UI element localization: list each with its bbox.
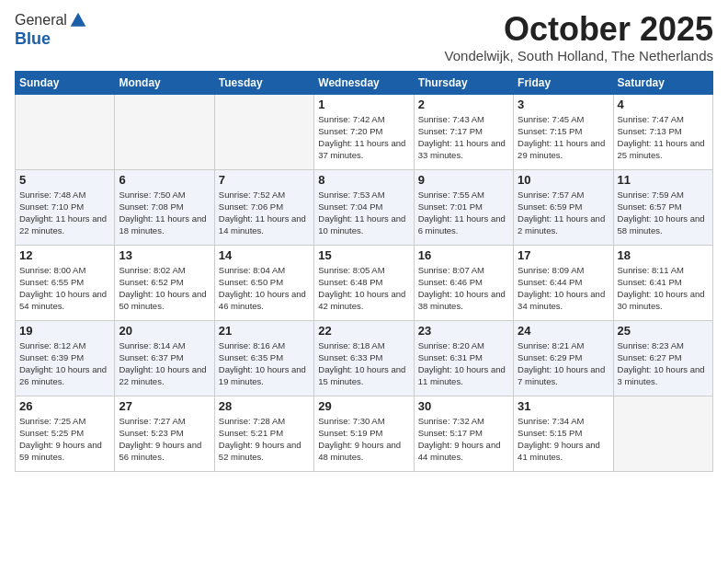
calendar-cell: 22Sunrise: 8:18 AMSunset: 6:33 PMDayligh… (314, 320, 414, 396)
day-info: Sunrise: 8:20 AMSunset: 6:31 PMDaylight:… (418, 339, 509, 388)
day-info: Sunrise: 7:45 AMSunset: 7:15 PMDaylight:… (518, 113, 609, 162)
day-info: Sunrise: 7:52 AMSunset: 7:06 PMDaylight:… (219, 189, 310, 237)
calendar-cell: 13Sunrise: 8:02 AMSunset: 6:52 PMDayligh… (115, 245, 214, 320)
calendar-cell: 8Sunrise: 7:53 AMSunset: 7:04 PMDaylight… (314, 169, 414, 245)
day-info: Sunrise: 7:57 AMSunset: 6:59 PMDaylight:… (518, 189, 609, 237)
calendar-cell (115, 94, 214, 169)
logo-blue-text: Blue (15, 29, 87, 49)
calendar-cell: 7Sunrise: 7:52 AMSunset: 7:06 PMDaylight… (214, 169, 313, 245)
day-number: 18 (618, 248, 709, 262)
week-row-2: 5Sunrise: 7:48 AMSunset: 7:10 PMDaylight… (16, 169, 713, 245)
day-info: Sunrise: 8:09 AMSunset: 6:44 PMDaylight:… (518, 264, 609, 313)
day-info: Sunrise: 7:59 AMSunset: 6:57 PMDaylight:… (618, 189, 709, 237)
calendar-cell: 1Sunrise: 7:42 AMSunset: 7:20 PMDaylight… (314, 94, 414, 169)
calendar-cell: 5Sunrise: 7:48 AMSunset: 7:10 PMDaylight… (16, 169, 115, 245)
week-row-1: 1Sunrise: 7:42 AMSunset: 7:20 PMDaylight… (16, 94, 713, 169)
day-info: Sunrise: 7:30 AMSunset: 5:19 PMDaylight:… (318, 415, 409, 464)
day-info: Sunrise: 8:23 AMSunset: 6:27 PMDaylight:… (618, 339, 709, 388)
day-info: Sunrise: 8:02 AMSunset: 6:52 PMDaylight:… (119, 264, 210, 313)
day-number: 17 (518, 248, 609, 262)
calendar-cell: 3Sunrise: 7:45 AMSunset: 7:15 PMDaylight… (514, 94, 613, 169)
calendar-cell: 21Sunrise: 8:16 AMSunset: 6:35 PMDayligh… (214, 320, 313, 396)
day-number: 28 (219, 399, 310, 413)
day-number: 5 (19, 173, 110, 187)
calendar-cell: 20Sunrise: 8:14 AMSunset: 6:37 PMDayligh… (115, 320, 214, 396)
day-number: 6 (119, 173, 210, 187)
calendar-cell: 16Sunrise: 8:07 AMSunset: 6:46 PMDayligh… (414, 245, 513, 320)
day-info: Sunrise: 8:05 AMSunset: 6:48 PMDaylight:… (318, 264, 409, 313)
day-info: Sunrise: 7:25 AMSunset: 5:25 PMDaylight:… (19, 415, 110, 464)
calendar-cell: 31Sunrise: 7:34 AMSunset: 5:15 PMDayligh… (514, 396, 613, 471)
weekday-header-saturday: Saturday (613, 71, 712, 94)
day-number: 10 (518, 173, 609, 187)
day-info: Sunrise: 7:32 AMSunset: 5:17 PMDaylight:… (418, 415, 509, 464)
logo-icon (69, 11, 87, 29)
calendar-cell (613, 396, 712, 471)
day-info: Sunrise: 7:47 AMSunset: 7:13 PMDaylight:… (618, 113, 709, 162)
day-number: 12 (19, 248, 110, 262)
week-row-5: 26Sunrise: 7:25 AMSunset: 5:25 PMDayligh… (16, 396, 713, 471)
calendar-cell: 9Sunrise: 7:55 AMSunset: 7:01 PMDaylight… (414, 169, 513, 245)
location: Vondelwijk, South Holland, The Netherlan… (445, 48, 713, 63)
calendar-page: General Blue October 2025 Vondelwijk, So… (0, 0, 728, 479)
week-row-4: 19Sunrise: 8:12 AMSunset: 6:39 PMDayligh… (16, 320, 713, 396)
month-title: October 2025 (445, 11, 713, 48)
day-info: Sunrise: 7:50 AMSunset: 7:08 PMDaylight:… (119, 189, 210, 237)
calendar-table: SundayMondayTuesdayWednesdayThursdayFrid… (15, 71, 713, 472)
day-number: 24 (518, 324, 609, 338)
day-info: Sunrise: 8:11 AMSunset: 6:41 PMDaylight:… (618, 264, 709, 313)
day-info: Sunrise: 8:04 AMSunset: 6:50 PMDaylight:… (219, 264, 310, 313)
calendar-cell: 2Sunrise: 7:43 AMSunset: 7:17 PMDaylight… (414, 94, 513, 169)
day-info: Sunrise: 8:12 AMSunset: 6:39 PMDaylight:… (19, 339, 110, 388)
day-info: Sunrise: 7:55 AMSunset: 7:01 PMDaylight:… (418, 189, 509, 237)
day-info: Sunrise: 8:00 AMSunset: 6:55 PMDaylight:… (19, 264, 110, 313)
day-number: 4 (618, 98, 709, 111)
calendar-cell: 29Sunrise: 7:30 AMSunset: 5:19 PMDayligh… (314, 396, 414, 471)
day-info: Sunrise: 7:34 AMSunset: 5:15 PMDaylight:… (518, 415, 609, 464)
day-info: Sunrise: 8:14 AMSunset: 6:37 PMDaylight:… (119, 339, 210, 388)
week-row-3: 12Sunrise: 8:00 AMSunset: 6:55 PMDayligh… (16, 245, 713, 320)
day-number: 3 (518, 98, 609, 111)
calendar-cell: 12Sunrise: 8:00 AMSunset: 6:55 PMDayligh… (16, 245, 115, 320)
calendar-cell: 26Sunrise: 7:25 AMSunset: 5:25 PMDayligh… (16, 396, 115, 471)
svg-marker-0 (71, 13, 86, 27)
day-number: 29 (318, 399, 409, 413)
calendar-cell: 4Sunrise: 7:47 AMSunset: 7:13 PMDaylight… (613, 94, 712, 169)
day-number: 22 (318, 324, 409, 338)
calendar-cell: 18Sunrise: 8:11 AMSunset: 6:41 PMDayligh… (613, 245, 712, 320)
day-number: 14 (219, 248, 310, 262)
day-info: Sunrise: 8:21 AMSunset: 6:29 PMDaylight:… (518, 339, 609, 388)
day-number: 20 (119, 324, 210, 338)
calendar-cell: 6Sunrise: 7:50 AMSunset: 7:08 PMDaylight… (115, 169, 214, 245)
day-number: 15 (318, 248, 409, 262)
day-number: 11 (618, 173, 709, 187)
day-number: 25 (618, 324, 709, 338)
weekday-header-tuesday: Tuesday (214, 71, 313, 94)
day-number: 16 (418, 248, 509, 262)
calendar-cell: 28Sunrise: 7:28 AMSunset: 5:21 PMDayligh… (214, 396, 313, 471)
day-info: Sunrise: 8:07 AMSunset: 6:46 PMDaylight:… (418, 264, 509, 313)
weekday-header-wednesday: Wednesday (314, 71, 414, 94)
day-info: Sunrise: 7:48 AMSunset: 7:10 PMDaylight:… (19, 189, 110, 237)
day-number: 1 (318, 98, 409, 111)
calendar-cell: 10Sunrise: 7:57 AMSunset: 6:59 PMDayligh… (514, 169, 613, 245)
weekday-header-sunday: Sunday (16, 71, 115, 94)
day-info: Sunrise: 7:53 AMSunset: 7:04 PMDaylight:… (318, 189, 409, 237)
day-number: 27 (119, 399, 210, 413)
calendar-cell: 17Sunrise: 8:09 AMSunset: 6:44 PMDayligh… (514, 245, 613, 320)
day-number: 8 (318, 173, 409, 187)
day-info: Sunrise: 8:16 AMSunset: 6:35 PMDaylight:… (219, 339, 310, 388)
day-info: Sunrise: 8:18 AMSunset: 6:33 PMDaylight:… (318, 339, 409, 388)
title-block: October 2025 Vondelwijk, South Holland, … (445, 11, 713, 63)
calendar-cell: 19Sunrise: 8:12 AMSunset: 6:39 PMDayligh… (16, 320, 115, 396)
day-info: Sunrise: 7:28 AMSunset: 5:21 PMDaylight:… (219, 415, 310, 464)
calendar-cell: 25Sunrise: 8:23 AMSunset: 6:27 PMDayligh… (613, 320, 712, 396)
day-number: 2 (418, 98, 509, 111)
calendar-cell: 27Sunrise: 7:27 AMSunset: 5:23 PMDayligh… (115, 396, 214, 471)
day-number: 9 (418, 173, 509, 187)
day-number: 30 (418, 399, 509, 413)
calendar-cell: 24Sunrise: 8:21 AMSunset: 6:29 PMDayligh… (514, 320, 613, 396)
logo-general-text: General (15, 12, 67, 29)
calendar-cell (214, 94, 313, 169)
calendar-cell: 14Sunrise: 8:04 AMSunset: 6:50 PMDayligh… (214, 245, 313, 320)
